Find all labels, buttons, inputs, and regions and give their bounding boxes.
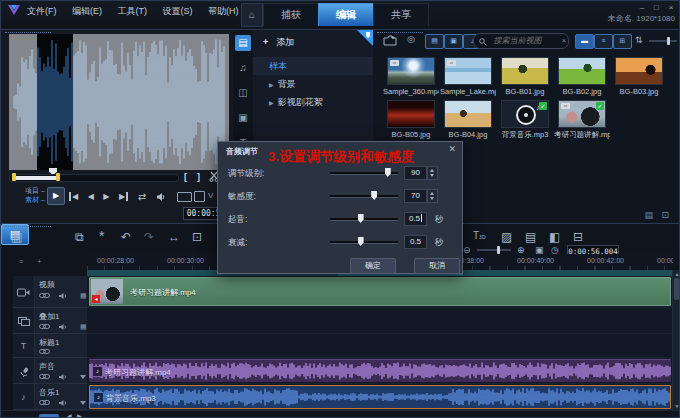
track-manager-icon[interactable]: ≡ bbox=[19, 258, 23, 265]
chevron-down-icon[interactable] bbox=[80, 401, 86, 405]
slider-thumb[interactable] bbox=[667, 37, 670, 45]
home-icon[interactable]: ⌂ bbox=[241, 3, 263, 27]
decay-slider[interactable] bbox=[330, 241, 398, 244]
filter-video-icon[interactable]: ▤ bbox=[425, 34, 444, 49]
scroll-down-icon[interactable]: ▼ bbox=[673, 403, 680, 409]
track-speaker-icon[interactable] bbox=[59, 399, 68, 407]
search-input[interactable] bbox=[492, 35, 560, 46]
corner-flag-icon[interactable] bbox=[357, 30, 373, 46]
folder-samples[interactable]: 样本 bbox=[253, 57, 373, 75]
dialog-close-icon[interactable]: ✕ bbox=[448, 144, 456, 154]
timeline-horizontal-scrollbar[interactable] bbox=[39, 414, 59, 418]
close-icon[interactable]: × bbox=[665, 3, 677, 12]
track-header-music[interactable]: ♪ 音乐1 bbox=[13, 384, 87, 410]
menu-file[interactable]: 文件(F) bbox=[27, 5, 57, 18]
title-3d-icon[interactable]: T3D bbox=[473, 230, 486, 241]
audio-library-icon[interactable]: ♫ bbox=[235, 60, 251, 76]
tab-edit[interactable]: 编辑 bbox=[318, 3, 374, 26]
slider-thumb[interactable] bbox=[371, 191, 377, 200]
decay-value[interactable]: 0.5 bbox=[404, 235, 427, 249]
maximize-icon[interactable]: □ bbox=[650, 3, 662, 12]
slider-thumb[interactable] bbox=[358, 214, 364, 223]
voice-clip[interactable]: ♪ 考研习题讲解.mp4 bbox=[89, 359, 671, 382]
folder-backgrounds[interactable]: ▶背景 bbox=[253, 75, 373, 93]
library-item[interactable]: ▭ Sample_360.mp4 bbox=[385, 57, 437, 96]
undo-icon[interactable]: ↶ bbox=[121, 230, 131, 244]
track-header-video[interactable]: 视频 ▦ bbox=[13, 276, 87, 308]
chevron-down-icon[interactable] bbox=[80, 375, 86, 379]
music-clip-selected[interactable]: ♪ 背景音乐.mp3 bbox=[89, 385, 671, 409]
tab-capture[interactable]: 捕获 bbox=[263, 3, 319, 26]
track-content-voice[interactable]: ♪ 考研习题讲解.mp4 bbox=[87, 358, 672, 384]
media-library-icon[interactable]: ▤ bbox=[235, 35, 251, 51]
track-header-voice[interactable]: 声音 bbox=[13, 358, 87, 384]
fit-project-icon[interactable]: ↔ bbox=[168, 230, 180, 244]
loop-icon[interactable]: ⇄ bbox=[138, 191, 146, 202]
track-content-title[interactable] bbox=[87, 334, 672, 358]
minimize-icon[interactable]: – bbox=[636, 3, 648, 12]
track-display-icon[interactable]: ▦ bbox=[80, 323, 87, 330]
tools-icon[interactable]: * bbox=[99, 228, 104, 244]
level-slider[interactable] bbox=[330, 172, 398, 175]
add-folder-button[interactable]: +添加 bbox=[253, 30, 373, 49]
video-toggle[interactable]: V bbox=[208, 191, 213, 200]
video-clip[interactable]: ◄ 考研习题讲解.mp4 bbox=[89, 277, 671, 306]
link-icon[interactable] bbox=[39, 348, 50, 355]
storyboard-view-icon[interactable]: ▥ bbox=[11, 230, 22, 244]
record-icon[interactable]: ◎ bbox=[407, 34, 415, 44]
mode-clip-label[interactable]: 素材 – bbox=[25, 196, 45, 204]
mark-out-button[interactable]: ] bbox=[197, 172, 200, 182]
track-content-video[interactable]: ◄ 考研习题讲解.mp4 bbox=[87, 276, 672, 308]
library-item[interactable]: BG-B02.jpg bbox=[556, 57, 608, 96]
link-icon[interactable] bbox=[39, 399, 50, 406]
level-value[interactable]: 90 bbox=[404, 166, 427, 180]
slider-thumb[interactable] bbox=[497, 246, 500, 254]
trim-range[interactable] bbox=[14, 176, 58, 180]
menu-tools[interactable]: 工具(T) bbox=[118, 5, 148, 18]
slider-thumb[interactable] bbox=[385, 168, 391, 177]
view-list-icon[interactable]: ≡ bbox=[594, 34, 613, 49]
library-item[interactable]: BG-B04.jpg bbox=[442, 100, 494, 139]
subtitle-editor-icon[interactable]: ▤ bbox=[525, 230, 536, 244]
mark-in-button[interactable]: [ bbox=[184, 172, 187, 182]
library-item[interactable]: BG-B05.jpg bbox=[385, 100, 437, 139]
aspect-ratio-icon[interactable] bbox=[177, 192, 192, 202]
copy-icon[interactable]: ⧉ bbox=[75, 230, 84, 244]
thumb-size-slider[interactable] bbox=[649, 40, 677, 42]
sensitivity-value[interactable]: 70 bbox=[404, 189, 427, 203]
graphics-icon[interactable]: ▣ bbox=[235, 110, 251, 126]
library-item[interactable]: ♪ ✓ 背景音乐.mp3 bbox=[499, 100, 551, 140]
library-footer-icon-1[interactable]: ▤ bbox=[644, 210, 653, 220]
scrollbar-thumb[interactable] bbox=[674, 278, 679, 300]
track-speaker-icon[interactable] bbox=[59, 292, 68, 300]
import-folder-icon[interactable] bbox=[383, 34, 397, 46]
preview-waveform-display[interactable] bbox=[9, 34, 229, 170]
prev-frame-icon[interactable]: ◀ bbox=[88, 192, 94, 201]
screen-icon[interactable]: ⊡ bbox=[192, 230, 202, 244]
library-item[interactable]: BG-B03.jpg bbox=[613, 57, 665, 96]
track-header-overlay[interactable]: 叠加1 ▦ bbox=[13, 308, 87, 334]
library-item[interactable]: ▭ ✓ 考研习题讲解.mp4 bbox=[556, 100, 608, 140]
sensitivity-slider[interactable] bbox=[330, 195, 398, 198]
cancel-button[interactable]: 取消 bbox=[414, 258, 460, 274]
trim-bar[interactable] bbox=[9, 174, 179, 182]
sensitivity-spinner[interactable] bbox=[427, 189, 438, 203]
next-frame-icon[interactable]: ▶ bbox=[103, 192, 109, 201]
scroll-left-icon[interactable]: ◀ bbox=[67, 412, 72, 418]
mask-editor-icon[interactable]: ▨ bbox=[501, 230, 512, 244]
search-box[interactable]: × bbox=[473, 33, 569, 49]
go-start-icon[interactable]: ◀ bbox=[69, 192, 78, 201]
library-item[interactable]: ▭ Sample_Lake.mp4 bbox=[442, 57, 494, 96]
link-icon[interactable] bbox=[39, 373, 50, 380]
menu-help[interactable]: 帮助(H) bbox=[208, 5, 239, 18]
play-button[interactable]: ▶ bbox=[47, 187, 65, 205]
view-thumbnail-icon[interactable]: ▬ bbox=[575, 34, 594, 49]
trim-end-handle[interactable] bbox=[56, 173, 60, 181]
ok-button[interactable]: 确定 bbox=[350, 258, 396, 274]
timeline-zoom-slider[interactable] bbox=[477, 249, 511, 251]
enlarge-preview-icon[interactable] bbox=[194, 191, 205, 202]
view-grid-icon[interactable]: ⊞ bbox=[613, 34, 632, 49]
gif-creator-icon[interactable]: ⊟ bbox=[573, 230, 583, 244]
menu-edit[interactable]: 编辑(E) bbox=[72, 5, 102, 18]
go-end-icon[interactable]: ▶ bbox=[119, 192, 128, 201]
